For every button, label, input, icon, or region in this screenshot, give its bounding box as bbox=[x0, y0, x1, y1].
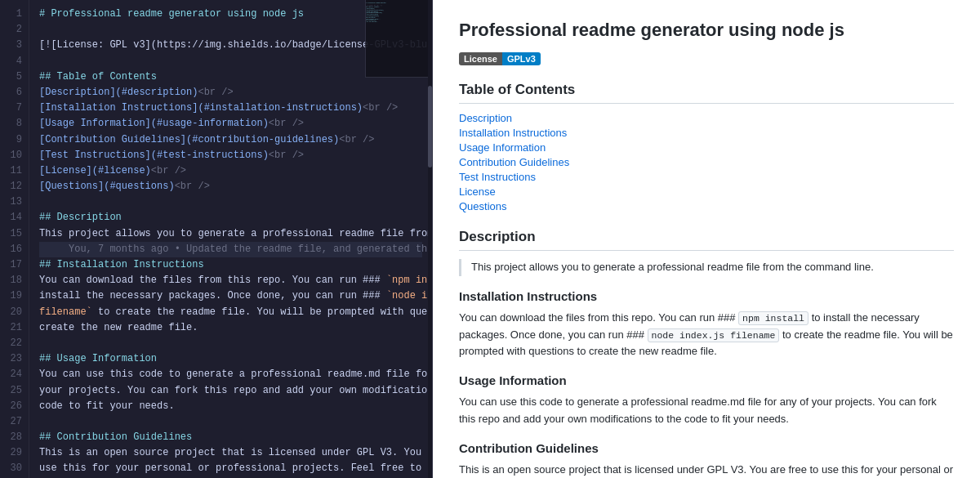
code-line: You, 7 months ago • Updated the readme f… bbox=[39, 242, 422, 257]
line-number: 3 bbox=[10, 38, 22, 53]
line-number: 23 bbox=[10, 351, 22, 367]
code-line: [Description](#description)<br /> bbox=[39, 85, 422, 101]
code-line: You can use this code to generate a prof… bbox=[39, 367, 422, 382]
description-heading: Description bbox=[459, 229, 954, 251]
toc-link[interactable]: Contribution Guidelines bbox=[459, 156, 569, 168]
line-number: 27 bbox=[10, 414, 22, 430]
code-line: [Questions](#questions)<br /> bbox=[39, 179, 422, 194]
line-number: 4 bbox=[10, 54, 22, 69]
toc-link[interactable]: Description bbox=[459, 112, 512, 124]
code-line: This project allows you to generate a pr… bbox=[39, 226, 422, 242]
toc-item[interactable]: Questions bbox=[459, 200, 954, 212]
description-text: This project allows you to generate a pr… bbox=[459, 259, 954, 276]
line-number: 1 bbox=[10, 7, 22, 22]
install-text-1: You can download the files from this rep… bbox=[459, 311, 738, 324]
line-number: 18 bbox=[10, 273, 22, 288]
line-number: 20 bbox=[10, 305, 22, 320]
code-line: [License](#license)<br /> bbox=[39, 163, 422, 179]
line-number: 15 bbox=[10, 226, 22, 242]
code-line: [Contribution Guidelines](#contribution-… bbox=[39, 132, 422, 148]
toc-item[interactable]: Installation Instructions bbox=[459, 127, 954, 139]
line-number: 24 bbox=[10, 367, 22, 382]
code-line: ## Contribution Guidelines bbox=[39, 430, 422, 445]
preview-title: Professional readme generator using node… bbox=[459, 20, 954, 41]
code-line: create the new readme file. bbox=[39, 320, 422, 336]
line-number: 8 bbox=[10, 116, 22, 132]
scrollbar-thumb[interactable] bbox=[428, 86, 432, 168]
code-line: code to fit your needs. bbox=[39, 399, 422, 414]
code-line bbox=[39, 336, 422, 351]
installation-heading: Installation Instructions bbox=[459, 289, 954, 303]
toc-heading: Table of Contents bbox=[459, 82, 954, 104]
minimap-thumbnail: # Professional readme generator [![Licen… bbox=[365, 0, 432, 78]
code-line: use this for your personal or profession… bbox=[39, 461, 422, 476]
code-line: filename` to create the readme file. You… bbox=[39, 305, 422, 320]
line-number: 2 bbox=[10, 22, 22, 38]
preview-panel: Professional readme generator using node… bbox=[433, 0, 980, 478]
contribution-text: This is an open source project that is l… bbox=[459, 462, 954, 478]
line-number: 28 bbox=[10, 430, 22, 445]
code-line: You can download the files from this rep… bbox=[39, 273, 422, 288]
toc-item[interactable]: Usage Information bbox=[459, 141, 954, 154]
code-line: [Usage Information](#usage-information)<… bbox=[39, 116, 422, 132]
install-code-2: node index.js filename bbox=[648, 328, 780, 342]
toc-item[interactable]: Test Instructions bbox=[459, 171, 954, 183]
line-number: 21 bbox=[10, 320, 22, 336]
line-number: 16 bbox=[10, 242, 22, 257]
code-line: [Installation Instructions](#installatio… bbox=[39, 101, 422, 116]
license-badge: License GPLv3 bbox=[459, 52, 541, 65]
usage-heading: Usage Information bbox=[459, 373, 954, 387]
code-line: [Test Instructions](#test-instructions)<… bbox=[39, 148, 422, 163]
code-line: install the necessary packages. Once don… bbox=[39, 288, 422, 304]
install-code-1: npm install bbox=[738, 311, 808, 325]
line-number: 30 bbox=[10, 461, 22, 476]
line-number: 11 bbox=[10, 163, 22, 179]
installation-paragraph: You can download the files from this rep… bbox=[459, 310, 954, 360]
line-number: 9 bbox=[10, 132, 22, 148]
line-number: 10 bbox=[10, 148, 22, 163]
toc-link[interactable]: Usage Information bbox=[459, 141, 546, 154]
toc-item[interactable]: Description bbox=[459, 112, 954, 124]
code-line: ## Description bbox=[39, 210, 422, 226]
line-number: 12 bbox=[10, 179, 22, 194]
toc-item[interactable]: Contribution Guidelines bbox=[459, 156, 954, 168]
line-numbers: 1234567891011121314151617181920212223242… bbox=[0, 0, 29, 478]
line-number: 26 bbox=[10, 399, 22, 414]
line-number: 29 bbox=[10, 445, 22, 461]
line-number: 19 bbox=[10, 288, 22, 304]
line-number: 14 bbox=[10, 210, 22, 226]
badge-label: License bbox=[459, 52, 502, 65]
toc-link[interactable]: Installation Instructions bbox=[459, 127, 567, 139]
usage-text: You can use this code to generate a prof… bbox=[459, 394, 954, 428]
toc-link[interactable]: Test Instructions bbox=[459, 171, 536, 183]
badge-value: GPLv3 bbox=[502, 52, 541, 65]
line-number: 7 bbox=[10, 101, 22, 116]
line-number: 13 bbox=[10, 194, 22, 210]
badge-row: License GPLv3 bbox=[459, 52, 954, 65]
code-line bbox=[39, 414, 422, 430]
toc-link[interactable]: License bbox=[459, 185, 496, 198]
scrollbar-track[interactable] bbox=[428, 0, 432, 478]
toc-link[interactable]: Questions bbox=[459, 200, 507, 212]
code-line: your projects. You can fork this repo an… bbox=[39, 383, 422, 399]
line-number: 5 bbox=[10, 69, 22, 85]
line-number: 17 bbox=[10, 257, 22, 273]
code-line: ## Installation Instructions bbox=[39, 257, 422, 273]
code-line: ## Usage Information bbox=[39, 351, 422, 367]
code-line: This is an open source project that is l… bbox=[39, 445, 422, 461]
code-line bbox=[39, 194, 422, 210]
editor-panel: 1234567891011121314151617181920212223242… bbox=[0, 0, 433, 478]
line-number: 6 bbox=[10, 85, 22, 101]
contribution-heading: Contribution Guidelines bbox=[459, 441, 954, 455]
toc-list: DescriptionInstallation InstructionsUsag… bbox=[459, 112, 954, 212]
toc-item[interactable]: License bbox=[459, 185, 954, 198]
line-number: 22 bbox=[10, 336, 22, 351]
line-number: 25 bbox=[10, 383, 22, 399]
